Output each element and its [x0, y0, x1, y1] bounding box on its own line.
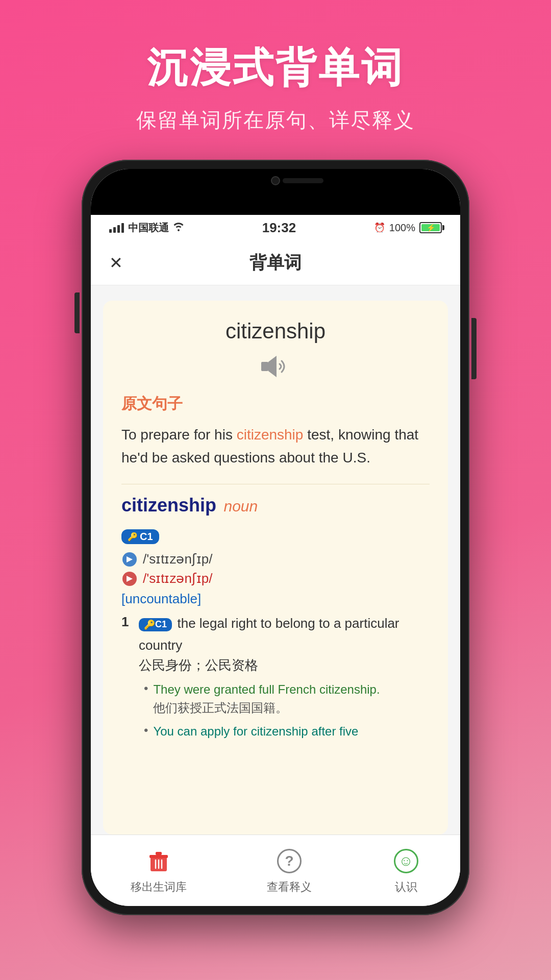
signal-bars — [109, 223, 124, 233]
definition-row-1: 1 🔑 C1 the legal right to belong to a pa… — [121, 613, 430, 746]
divider — [121, 484, 430, 484]
def-chinese: 公民身份；公民资格 — [139, 657, 258, 673]
battery-icon: ⚡ — [419, 222, 442, 233]
smile-icon[interactable]: ☺ — [392, 847, 420, 875]
phonetic-us: /'sɪtɪzənʃɪp/ — [121, 571, 430, 587]
phonetic-us-text: /'sɪtɪzənʃɪp/ — [143, 571, 213, 586]
tab-definition-label: 查看释义 — [267, 879, 312, 895]
def-key-icon: 🔑 — [144, 619, 155, 630]
example-1-en: They were granted full French citizenshi… — [153, 680, 380, 699]
word-pos: noun — [223, 498, 258, 514]
bullet-1: • — [144, 681, 148, 696]
tab-known[interactable]: ☺ 认识 — [392, 847, 420, 895]
status-right: ⏰ 100% ⚡ — [374, 222, 442, 234]
word-card: citizenship 原文句子 To pre — [103, 301, 448, 835]
question-icon[interactable]: ? — [275, 847, 304, 875]
smile-circle: ☺ — [394, 849, 418, 873]
word-title: citizenship — [121, 319, 430, 344]
word-headword: citizenship — [121, 495, 216, 516]
def-num: 1 — [121, 614, 132, 630]
sound-icon-container[interactable] — [121, 354, 430, 379]
top-header-area: 沉浸式背单词 保留单词所在原句、详尽释义 — [0, 0, 551, 155]
example-2-content: You can apply for citizenship after five — [153, 722, 358, 741]
tab-remove[interactable]: 移出生词库 — [131, 847, 187, 895]
notch-area — [91, 169, 460, 215]
example-2-en: You can apply for citizenship after five — [153, 722, 358, 741]
close-button[interactable]: ✕ — [109, 253, 123, 273]
signal-bar-2 — [113, 227, 116, 233]
example-item-2: • You can apply for citizenship after fi… — [144, 722, 430, 741]
example-1-content: They were granted full French citizenshi… — [153, 680, 380, 717]
svg-rect-0 — [261, 362, 268, 371]
sentence-highlight: citizenship — [237, 427, 304, 443]
status-left: 中国联通 — [109, 221, 184, 235]
tab-remove-label: 移出生词库 — [131, 879, 187, 895]
level-badge: 🔑 C1 — [121, 529, 159, 544]
carrier-text: 中国联通 — [128, 221, 169, 235]
battery-text: 100% — [389, 222, 415, 234]
question-circle: ? — [277, 849, 302, 873]
camera-dot — [271, 176, 280, 185]
svg-rect-8 — [156, 852, 162, 855]
phone-outer: 中国联通 19:32 ⏰ 100% ⚡ — [82, 160, 469, 915]
main-title: 沉浸式背单词 — [147, 41, 404, 96]
sentence-before: To prepare for his — [121, 427, 237, 443]
tab-bar: 移出生词库 ? 查看释义 ☺ 认识 — [91, 835, 460, 906]
trash-icon[interactable] — [144, 847, 173, 875]
signal-bar-4 — [121, 223, 124, 233]
phonetic-uk: /'sɪtɪzənʃɪp/ — [121, 551, 430, 568]
sentence-text: To prepare for his citizenship test, kno… — [121, 424, 430, 470]
example-1-cn: 他们获授正式法国国籍。 — [153, 699, 380, 717]
def-level-text: C1 — [155, 619, 167, 630]
notch — [204, 169, 347, 194]
phonetic-sound-uk[interactable] — [121, 551, 138, 568]
app-header: ✕ 背单词 — [91, 240, 460, 285]
speaker-bar — [283, 178, 323, 183]
status-bar: 中国联通 19:32 ⏰ 100% ⚡ — [91, 215, 460, 240]
phone-screen: 中国联通 19:32 ⏰ 100% ⚡ — [91, 169, 460, 906]
phonetic-uk-text: /'sɪtɪzənʃɪp/ — [143, 551, 213, 567]
status-time: 19:32 — [262, 220, 296, 236]
phonetic-sound-us[interactable] — [121, 571, 138, 587]
uncountable-tag: [uncountable] — [121, 591, 430, 607]
signal-bar-3 — [117, 225, 120, 233]
level-text: C1 — [140, 531, 153, 543]
key-icon: 🔑 — [128, 532, 138, 542]
def-text: the legal right to belong to a particula… — [139, 616, 399, 653]
bullet-2: • — [144, 723, 148, 738]
example-list: • They were granted full French citizens… — [144, 680, 430, 741]
svg-rect-7 — [149, 855, 168, 858]
clock-icon: ⏰ — [374, 222, 385, 233]
phone-mockup: 中国联通 19:32 ⏰ 100% ⚡ — [82, 160, 469, 915]
content-area: citizenship 原文句子 To pre — [91, 285, 460, 835]
signal-bar-1 — [109, 229, 112, 233]
tab-known-label: 认识 — [395, 879, 417, 895]
header-title: 背单词 — [249, 251, 302, 275]
tab-definition[interactable]: ? 查看释义 — [267, 847, 312, 895]
section-label: 原文句子 — [121, 394, 430, 414]
lightning-icon: ⚡ — [427, 224, 435, 232]
def-content: 🔑 C1 the legal right to belong to a part… — [139, 613, 430, 746]
word-entry: citizenship noun — [121, 495, 430, 516]
svg-marker-1 — [268, 356, 277, 377]
speaker-icon[interactable] — [260, 354, 291, 379]
sub-title: 保留单词所在原句、详尽释义 — [136, 106, 415, 134]
example-item-1: • They were granted full French citizens… — [144, 680, 430, 717]
def-level-badge: 🔑 C1 — [139, 618, 172, 631]
wifi-icon — [173, 222, 184, 234]
